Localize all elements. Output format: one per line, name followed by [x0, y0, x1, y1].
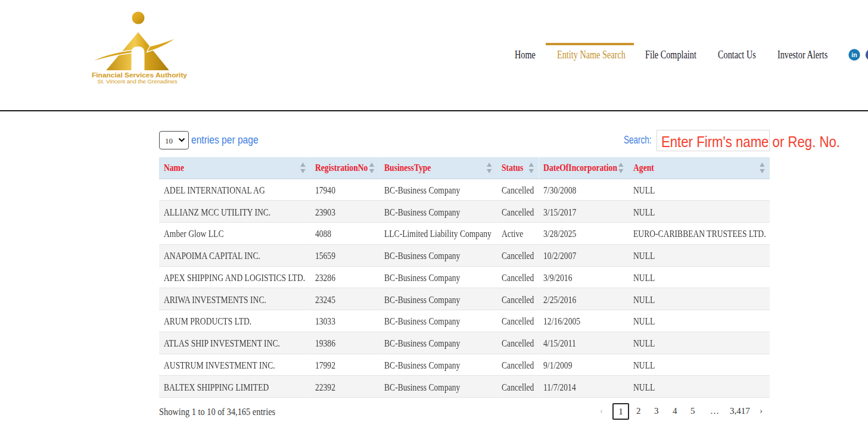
svg-text:Financial Services Authority: Financial Services Authority — [92, 71, 188, 79]
svg-text:St. Vincent and the Grenadines: St. Vincent and the Grenadines — [98, 78, 178, 85]
svg-text:in: in — [851, 51, 857, 58]
